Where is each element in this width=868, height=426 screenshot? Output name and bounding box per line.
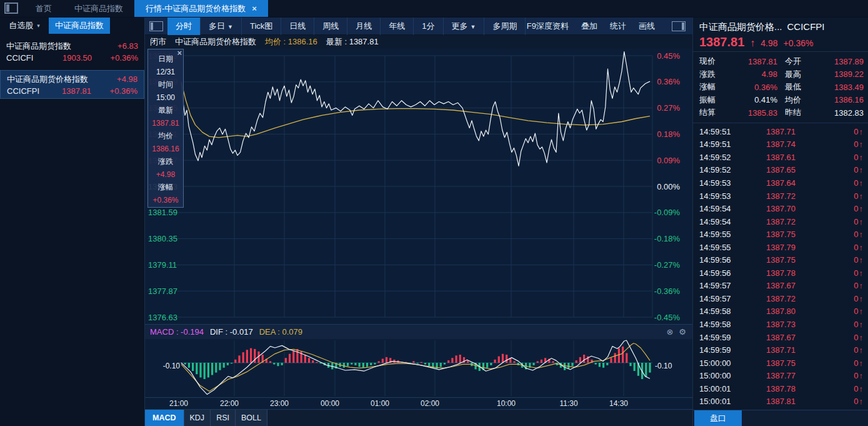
pankou-tab[interactable]: 盘口 [694,410,742,426]
dea-value-label: DEA : 0.079 [259,327,302,337]
macd-histogram-bar-up [459,355,461,363]
toolbar-button-label: 分时 [176,21,192,31]
nav-tab[interactable]: 行情-中证商品期货价格指数× [134,0,268,17]
tick-up-arrow-icon: ↑ [859,178,864,188]
tick-row[interactable]: 15:00:011387.810↑ [693,395,868,408]
tick-up-arrow-icon: ↑ [859,294,864,303]
macd-histogram-bar-down [571,363,573,366]
macd-histogram-bar-up [552,361,554,363]
toolbar-button-多周期[interactable]: 多周期 [484,18,526,35]
tick-row[interactable]: 14:59:551387.750↑ [693,228,868,241]
tick-volume-value: 0 [854,165,858,175]
toolbar-button-月线[interactable]: 月线 [347,18,381,35]
tick-row[interactable]: 14:59:591387.670↑ [693,331,868,344]
tick-trade-list: 14:59:511387.710↑14:59:511387.740↑14:59:… [693,125,868,408]
collapse-left-panel-icon[interactable] [149,21,163,31]
toolbar-button-日线[interactable]: 日线 [281,18,314,35]
tick-up-arrow-icon: ↑ [859,281,864,290]
toolbar-button-1分[interactable]: 1分 [414,18,443,35]
tick-row[interactable]: 14:59:591387.710↑ [693,343,868,357]
macd-histogram-bar-up [618,348,620,363]
macd-histogram-bar-up [285,358,287,363]
tick-volume: 0↑ [854,191,863,201]
tick-volume-value: 0 [854,281,858,290]
tick-row[interactable]: 14:59:521387.650↑ [693,164,868,177]
tick-row[interactable]: 15:00:001387.750↑ [693,357,868,370]
tick-row[interactable]: 14:59:541387.720↑ [693,215,868,228]
toolbar-link-叠加[interactable]: 叠加 [581,21,597,32]
toolbar-button-Tick图[interactable]: Tick图 [242,18,281,35]
tick-price: 1387.78 [747,384,796,393]
toolbar-button-年线[interactable]: 年线 [381,18,414,35]
tab-close-icon[interactable]: × [252,0,257,18]
x-axis-time-label: 00:00 [321,399,339,408]
y-axis-percent-label: -0.09% [654,208,681,217]
indicator-tab-MACD[interactable]: MACD [145,410,184,426]
toolbar-button-多日[interactable]: 多日▼ [201,18,242,35]
tick-row[interactable]: 14:59:571387.670↑ [693,280,868,293]
macd-indicator-chart[interactable]: -0.10 -0.10 [145,339,692,397]
toolbar-link-F9深度资料[interactable]: F9深度资料 [527,21,569,32]
tick-time: 14:59:58 [699,320,742,329]
indicator-tab-RSI[interactable]: RSI [211,410,236,426]
tick-volume-value: 0 [854,333,858,342]
tick-row[interactable]: 14:59:581387.800↑ [693,305,868,318]
avg-price-line [181,82,650,138]
toolbar-button-更多[interactable]: 更多▼ [444,18,485,35]
tick-row[interactable]: 15:00:001387.770↑ [693,369,868,382]
macd-histogram-bar-down [629,363,631,366]
nav-tab-label: 中证商品指数 [74,4,123,13]
macd-histogram-bar-up [583,355,585,363]
quote-instrument-code: CCICFPI [787,21,825,33]
toolbar-button-周线[interactable]: 周线 [314,18,347,35]
tick-price: 1387.72 [747,294,796,303]
watchlist-tab-csi-commodity[interactable]: 中证商品指数 [49,18,110,34]
quote-field-label: 最低 [777,81,810,93]
watchlist-item[interactable]: 中证商品期货价格指数+4.98CCICFPI1387.81+0.36% [0,70,144,99]
tick-row[interactable]: 14:59:581387.730↑ [693,318,868,331]
tick-time: 14:59:55 [699,230,742,239]
tick-time: 14:59:54 [699,217,742,226]
tick-volume-value: 0 [854,230,858,239]
toolbar-link-画线[interactable]: 画线 [639,21,655,32]
tick-time: 14:59:52 [699,153,742,162]
indicator-settings-icon[interactable]: ⚙ [679,327,686,337]
toolbar-button-分时[interactable]: 分时 [167,18,201,35]
macd-histogram-bar-down [192,363,194,371]
sidebar-toggle-icon[interactable] [4,3,18,14]
nav-tab[interactable]: 首页 [24,0,63,17]
collapse-right-panel-icon[interactable] [672,21,686,31]
tick-row[interactable]: 14:59:561387.780↑ [693,266,868,280]
toolbar-link-统计[interactable]: 统计 [610,21,626,32]
tick-row[interactable]: 14:59:561387.750↑ [693,253,868,266]
tick-row[interactable]: 14:59:521387.610↑ [693,151,868,164]
tick-row[interactable]: 14:59:531387.720↑ [693,190,868,203]
tick-price: 1387.75 [747,255,796,265]
macd-histogram-bar-up [296,349,298,363]
tick-row[interactable]: 14:59:551387.790↑ [693,241,868,254]
tick-row[interactable]: 14:59:511387.740↑ [693,138,868,151]
indicator-tab-KDJ[interactable]: KDJ [184,410,211,426]
tick-up-arrow-icon: ↑ [859,371,864,380]
quote-field-label: 结算 [699,107,727,118]
tick-row[interactable]: 14:59:511387.710↑ [693,125,868,138]
indicator-close-icon[interactable]: ⊗ [666,327,673,337]
watchlist-group-dropdown[interactable]: 自选股 ▾ [0,18,49,34]
tick-row[interactable]: 15:00:011387.780↑ [693,382,868,395]
intraday-price-chart[interactable]: 1389.030.45%1387.790.36%1386.550.27%1385… [145,49,692,324]
tick-row[interactable]: 14:59:531387.640↑ [693,176,868,190]
chart-tooltip: × 日期12/31时间15:00最新1387.81均价1386.16涨跌+4.9… [147,49,184,208]
toolbar-button-label: 多日 [209,21,225,31]
pankou-tab-bar: 盘口 [693,410,868,426]
tick-volume-value: 0 [854,358,858,368]
tooltip-close-icon[interactable]: × [177,49,182,58]
indicator-tab-BOLL[interactable]: BOLL [236,410,267,426]
tick-row[interactable]: 14:59:541387.700↑ [693,202,868,215]
tick-row[interactable]: 14:59:571387.720↑ [693,292,868,305]
quote-field-value: 1385.83 [727,108,777,118]
watchlist-item[interactable]: 中证商品期货指数+6.83CCICFI1903.50+0.36% [0,38,144,66]
tick-time: 14:59:57 [699,294,742,303]
watchlist-item-code: CCICFPI [7,85,52,97]
quote-field-label: 涨跌 [699,69,727,80]
nav-tab[interactable]: 中证商品指数 [63,0,134,17]
